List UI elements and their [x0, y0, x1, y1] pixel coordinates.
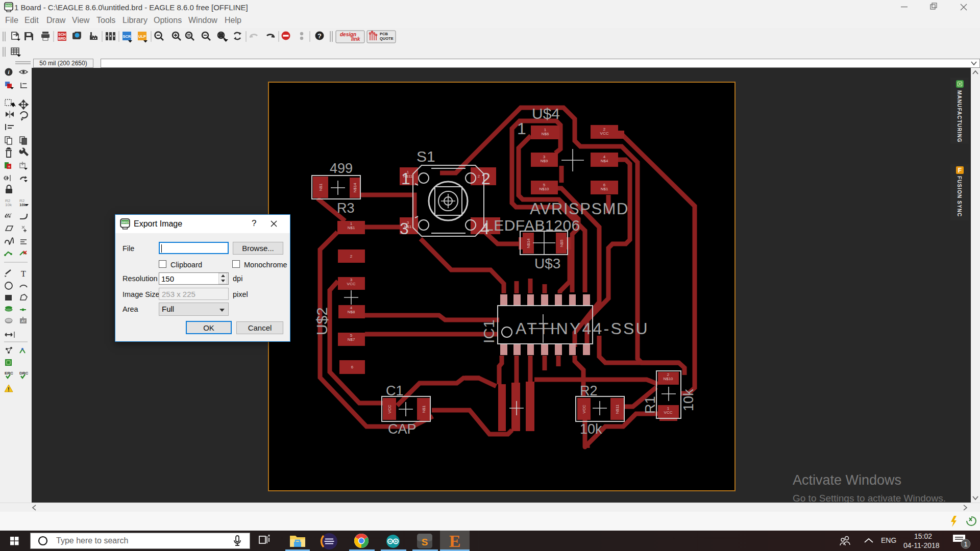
svg-text:VCC: VCC [664, 410, 673, 415]
svg-text:10k: 10k [580, 421, 602, 437]
svg-text:N$5: N$5 [559, 239, 564, 247]
svg-text:1: 1 [407, 170, 409, 174]
svg-text:1: 1 [964, 540, 967, 548]
svg-text:VCC: VCC [600, 131, 609, 136]
svg-text:LEDFAB1206: LEDFAB1206 [485, 217, 580, 234]
svg-text:E: E [449, 532, 461, 550]
svg-text:4: 4 [603, 155, 606, 159]
svg-text:DRC: DRC [19, 371, 29, 375]
svg-text:C1: C1 [386, 383, 404, 398]
svg-text:N$1: N$1 [601, 187, 608, 191]
svg-text:N$11: N$11 [615, 404, 620, 414]
svg-text:N$8: N$8 [348, 310, 355, 314]
svg-text:1: 1 [517, 119, 526, 138]
svg-text:VCC: VCC [387, 405, 392, 413]
svg-text:U$2: U$2 [313, 307, 330, 335]
svg-text:R3: R3 [337, 201, 355, 216]
svg-text:T: T [21, 269, 26, 278]
svg-text:SCR: SCR [123, 34, 131, 39]
svg-text:10k: 10k [681, 389, 696, 411]
svg-text:N$14: N$14 [353, 183, 357, 193]
svg-text:+: + [8, 164, 10, 169]
svg-text:S1: S1 [416, 148, 435, 165]
svg-text:PCB: PCB [380, 32, 388, 36]
svg-text:ERC: ERC [5, 371, 13, 375]
svg-text:1: 1 [667, 406, 670, 411]
svg-text:10k: 10k [5, 203, 12, 207]
svg-text:2: 2 [603, 127, 606, 132]
svg-text:3: 3 [543, 155, 546, 159]
svg-text:N$11: N$11 [403, 174, 413, 179]
svg-text:CAP: CAP [388, 421, 416, 437]
svg-text:link: link [351, 36, 360, 42]
svg-text:F: F [958, 167, 962, 174]
svg-text:AT: AT [21, 319, 26, 323]
svg-text:N$1: N$1 [318, 183, 323, 191]
svg-text:N$4: N$4 [601, 159, 608, 163]
svg-text:5: 5 [543, 183, 546, 187]
svg-text:U$4: U$4 [532, 105, 560, 122]
svg-text:N$6: N$6 [542, 132, 549, 136]
svg-text:1: 1 [544, 128, 547, 132]
svg-text:BRD: BRD [58, 37, 66, 40]
svg-text:4: 4 [350, 306, 353, 310]
svg-text:S: S [422, 537, 428, 547]
svg-text:?: ? [317, 32, 322, 40]
svg-text:3: 3 [407, 220, 409, 225]
svg-text:N$10: N$10 [539, 187, 549, 191]
svg-text:VCC: VCC [582, 405, 586, 413]
svg-text:6: 6 [351, 365, 354, 369]
svg-text:6: 6 [603, 183, 606, 187]
svg-text:1: 1 [350, 221, 353, 226]
svg-text:BRD: BRD [121, 221, 129, 224]
svg-text:N$1: N$1 [422, 405, 426, 413]
svg-text:QUOTE: QUOTE [380, 36, 394, 41]
svg-text:AVRISPSMD: AVRISPSMD [530, 200, 629, 218]
svg-text:N$7: N$7 [348, 337, 355, 342]
svg-text:4: 4 [484, 224, 486, 229]
svg-text:ATTINY44-SSU: ATTINY44-SSU [516, 319, 649, 338]
svg-text:3: 3 [350, 278, 353, 282]
svg-text:IC1: IC1 [480, 319, 497, 343]
svg-text:R2: R2 [580, 383, 598, 398]
svg-text:N$10: N$10 [663, 377, 673, 381]
svg-text:VCC: VCC [347, 282, 356, 286]
svg-text:BRD: BRD [6, 4, 12, 7]
svg-text:2: 2 [350, 254, 353, 259]
svg-text:5: 5 [350, 333, 353, 338]
svg-text:U$3: U$3 [534, 256, 560, 271]
svg-text:2: 2 [667, 372, 670, 377]
svg-text:N$9: N$9 [541, 159, 548, 163]
svg-text:SCH: SCH [58, 33, 66, 36]
svg-text:N$14: N$14 [526, 238, 531, 248]
svg-text:N$1: N$1 [404, 224, 412, 229]
svg-text:10k: 10k [19, 203, 27, 207]
svg-text:N$1: N$1 [348, 226, 355, 230]
svg-text:ULP: ULP [138, 34, 146, 39]
svg-text:2: 2 [481, 169, 491, 188]
svg-text:2: 2 [478, 174, 480, 179]
svg-text:R1: R1 [643, 396, 658, 414]
svg-text:499: 499 [330, 161, 353, 176]
